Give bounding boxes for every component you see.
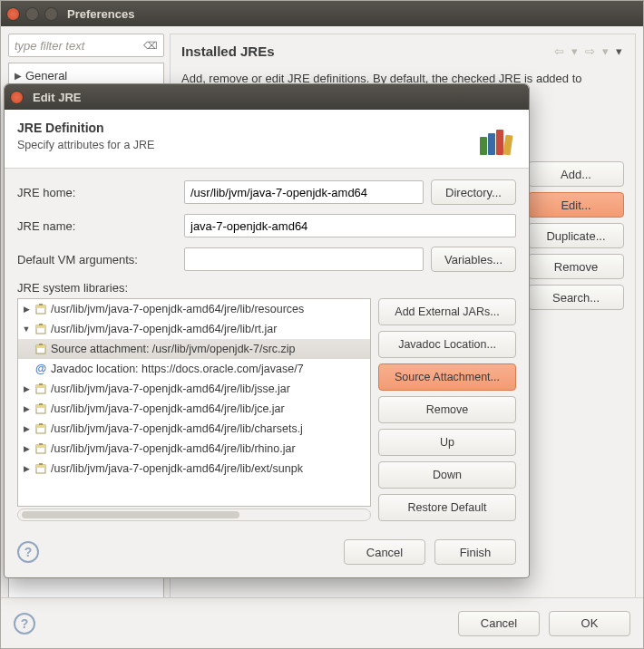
- lib-path: /usr/lib/jvm/java-7-openjdk-amd64/jre/li…: [51, 383, 290, 395]
- svg-rect-26: [36, 465, 45, 468]
- lib-path: /usr/lib/jvm/java-7-openjdk-amd64/jre/li…: [51, 402, 285, 415]
- jar-entry[interactable]: ▼/usr/lib/jvm/java-7-openjdk-amd64/jre/l…: [18, 319, 370, 339]
- help-icon[interactable]: ?: [14, 613, 35, 634]
- jar-entry[interactable]: ▶/usr/lib/jvm/java-7-openjdk-amd64/jre/l…: [18, 379, 370, 399]
- svg-rect-27: [39, 463, 43, 465]
- vm-args-label: Default VM arguments:: [17, 253, 177, 266]
- jar-entry[interactable]: ▶/usr/lib/jvm/java-7-openjdk-amd64/jre/l…: [18, 419, 370, 439]
- nav-arrows: ⇦▾ ⇨▾ ▾: [552, 44, 624, 58]
- syslibs-label: JRE system libraries:: [17, 281, 516, 295]
- jar-entry[interactable]: ▶/usr/lib/jvm/java-7-openjdk-amd64/jre/l…: [18, 459, 370, 479]
- window-close-icon[interactable]: [10, 91, 24, 104]
- libs-scrollbar[interactable]: [17, 509, 371, 521]
- jar-entry[interactable]: ▶/usr/lib/jvm/java-7-openjdk-amd64/jre/l…: [18, 299, 370, 319]
- expand-icon[interactable]: ▶: [22, 305, 31, 314]
- jar-icon: [34, 442, 47, 455]
- jar-icon: [34, 343, 47, 355]
- duplicate-button[interactable]: Duplicate...: [528, 223, 624, 248]
- menu-icon[interactable]: ▾: [614, 44, 624, 58]
- prefs-titlebar[interactable]: Preferences: [1, 1, 643, 26]
- vm-args-input[interactable]: [184, 247, 424, 271]
- system-libraries-tree[interactable]: ▶/usr/lib/jvm/java-7-openjdk-amd64/jre/l…: [17, 298, 371, 507]
- svg-rect-23: [36, 445, 45, 448]
- page-title: Installed JREs: [181, 44, 275, 59]
- window-minimize-icon[interactable]: [25, 7, 39, 21]
- dialog-header: JRE Definition Specify attributes for a …: [5, 110, 529, 169]
- libs-buttons: Add External JARs... Javadoc Location...…: [378, 298, 516, 521]
- jar-entry[interactable]: ▶/usr/lib/jvm/java-7-openjdk-amd64/jre/l…: [18, 439, 370, 459]
- prefs-title: Preferences: [67, 7, 134, 21]
- edit-button[interactable]: Edit...: [528, 192, 624, 218]
- search-button[interactable]: Search...: [528, 285, 624, 310]
- dialog-footer: ? Cancel Finish: [5, 528, 529, 577]
- expand-icon[interactable]: ▶: [22, 384, 31, 393]
- dialog-subtitle: Specify attributes for a JRE: [17, 139, 154, 151]
- restore-default-button[interactable]: Restore Default: [378, 494, 516, 521]
- lib-path: Source attachment: /usr/lib/jvm/openjdk-…: [51, 343, 296, 355]
- prefs-footer: ? Cancel OK: [1, 597, 643, 648]
- cancel-button[interactable]: Cancel: [344, 539, 425, 565]
- variables-button[interactable]: Variables...: [431, 247, 516, 272]
- ok-button[interactable]: OK: [549, 611, 630, 636]
- jar-icon: [34, 402, 47, 415]
- expand-icon[interactable]: ▶: [22, 464, 31, 473]
- lib-path: /usr/lib/jvm/java-7-openjdk-amd64/jre/li…: [51, 323, 277, 335]
- filter-input[interactable]: type filter text ⌫: [8, 34, 164, 57]
- dialog-heading: JRE Definition: [17, 121, 154, 135]
- expand-icon[interactable]: ▶: [15, 71, 22, 81]
- svg-rect-3: [503, 135, 513, 156]
- svg-rect-9: [39, 324, 43, 325]
- svg-rect-20: [36, 425, 45, 428]
- lib-path: Javadoc location: https://docs.oracle.co…: [51, 363, 304, 375]
- svg-rect-24: [39, 443, 43, 445]
- svg-rect-1: [488, 133, 495, 155]
- remove-lib-button[interactable]: Remove: [378, 396, 516, 423]
- directory-button[interactable]: Directory...: [431, 179, 516, 205]
- svg-rect-0: [480, 137, 487, 155]
- jar-icon: [34, 422, 47, 435]
- expand-icon[interactable]: ▼: [22, 324, 31, 334]
- finish-button[interactable]: Finish: [434, 539, 516, 565]
- remove-button[interactable]: Remove: [528, 254, 624, 279]
- svg-rect-21: [39, 423, 43, 425]
- jre-home-input[interactable]: [184, 180, 424, 204]
- back-icon[interactable]: ⇦: [552, 44, 566, 58]
- jre-home-label: JRE home:: [17, 186, 177, 199]
- svg-rect-12: [39, 344, 43, 345]
- lib-path: /usr/lib/jvm/java-7-openjdk-amd64/jre/li…: [51, 462, 303, 475]
- window-maximize-icon[interactable]: [44, 7, 58, 21]
- tree-item-label: General: [25, 69, 67, 82]
- jar-icon: [34, 323, 47, 335]
- svg-rect-11: [36, 345, 45, 348]
- source-attachment-entry[interactable]: Source attachment: /usr/lib/jvm/openjdk-…: [18, 339, 370, 359]
- svg-rect-17: [36, 405, 45, 408]
- library-icon: [476, 121, 516, 157]
- javadoc-location-button[interactable]: Javadoc Location...: [378, 331, 516, 358]
- dropdown-icon[interactable]: ▾: [570, 44, 580, 58]
- help-icon[interactable]: ?: [17, 541, 39, 563]
- expand-icon[interactable]: ▶: [22, 444, 31, 453]
- svg-rect-14: [36, 385, 45, 388]
- cancel-button[interactable]: Cancel: [458, 611, 540, 636]
- window-close-icon[interactable]: [6, 7, 20, 21]
- jar-entry[interactable]: ▶/usr/lib/jvm/java-7-openjdk-amd64/jre/l…: [18, 399, 370, 419]
- jar-icon: [34, 462, 47, 475]
- lib-path: /usr/lib/jvm/java-7-openjdk-amd64/jre/li…: [51, 442, 296, 455]
- down-button[interactable]: Down: [378, 461, 516, 489]
- add-external-jars-button[interactable]: Add External JARs...: [378, 298, 516, 325]
- add-button[interactable]: Add...: [528, 161, 624, 187]
- clear-filter-icon[interactable]: ⌫: [143, 40, 158, 52]
- jre-name-input[interactable]: [184, 214, 516, 237]
- svg-rect-5: [36, 305, 45, 308]
- up-button[interactable]: Up: [378, 429, 516, 456]
- javadoc-entry[interactable]: @Javadoc location: https://docs.oracle.c…: [18, 359, 370, 379]
- jre-action-buttons: Add... Edit... Duplicate... Remove Searc…: [528, 161, 624, 310]
- jar-icon: [34, 383, 47, 395]
- forward-icon[interactable]: ⇨: [583, 44, 597, 58]
- expand-icon[interactable]: ▶: [22, 424, 31, 433]
- dropdown-icon[interactable]: ▾: [600, 44, 610, 58]
- expand-icon[interactable]: ▶: [22, 404, 31, 413]
- dialog-titlebar[interactable]: Edit JRE: [5, 84, 529, 110]
- edit-jre-dialog: Edit JRE JRE Definition Specify attribut…: [4, 83, 530, 578]
- source-attachment-button[interactable]: Source Attachment...: [378, 363, 516, 391]
